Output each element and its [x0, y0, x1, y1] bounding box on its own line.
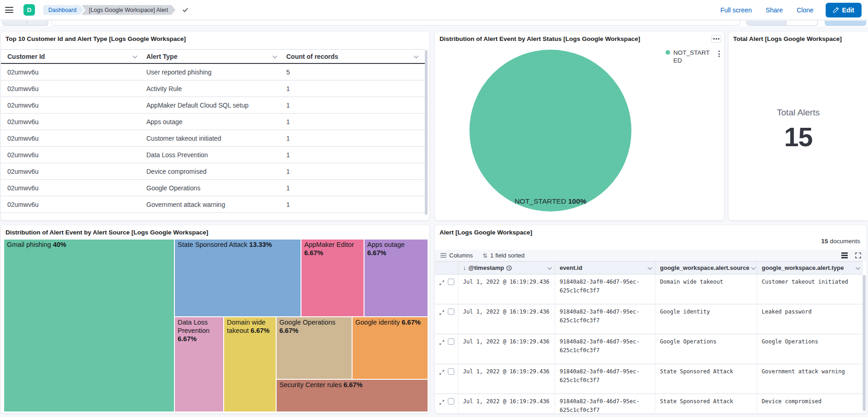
column-label: event.id [560, 264, 582, 271]
tile-value: 6.67% [178, 335, 197, 343]
chevron-down-icon[interactable] [272, 54, 277, 58]
grid-toolbar-right [841, 252, 861, 258]
table-row: Jul 1, 2022 @ 16:19:29.43691840a82-3af0-… [435, 304, 863, 334]
clock-icon [506, 265, 512, 271]
expand-row-icon[interactable] [439, 309, 445, 317]
share-link[interactable]: Share [766, 6, 783, 14]
chevron-down-icon[interactable] [133, 54, 137, 58]
chevron-down-icon[interactable] [648, 265, 652, 270]
table-header-row: Customer Id Alert Type Count of records [1, 49, 425, 64]
columns-button[interactable]: Columns [440, 252, 473, 259]
sort-desc-icon: ↓ [463, 264, 466, 271]
pie-legend-item[interactable]: NOT_STARTED [665, 49, 712, 64]
column-label: Alert Type [146, 53, 177, 60]
row-controls [435, 334, 458, 364]
treemap-tile[interactable]: Gmail phishing 40% [4, 239, 174, 412]
legend-actions-icon[interactable] [718, 51, 720, 57]
column-label: Count of records [286, 53, 338, 60]
panel-title: Distribution of Alert Event by Alert Sou… [1, 225, 429, 238]
tile-name: Google identity [355, 319, 402, 326]
table-row: 02umwv6uData Loss Prevention1 [1, 147, 425, 163]
cell-alert-source: Google Operations [655, 334, 757, 364]
table-row: Jul 1, 2022 @ 16:19:29.43691840a82-3af0-… [435, 394, 863, 412]
query-language-control[interactable] [2, 21, 48, 26]
cell-alert-type: Device compromised [146, 168, 286, 175]
alert-grid-body: Jul 1, 2022 @ 16:19:29.43691840a82-3af0-… [435, 274, 863, 412]
table-scrollbar[interactable] [425, 50, 428, 215]
space-avatar[interactable]: D [23, 4, 35, 16]
display-density-icon[interactable] [841, 252, 848, 258]
fullscreen-icon[interactable] [855, 252, 861, 258]
treemap-tile[interactable]: Google Operations 6.67% [276, 317, 352, 379]
cell-alert-type: Device compromised [757, 394, 863, 412]
cell-customer-id: 02umwv6u [7, 102, 146, 109]
legend-label: NOT_STARTED [673, 49, 712, 64]
expand-row-icon[interactable] [439, 279, 445, 287]
cell-count: 1 [286, 118, 425, 126]
cell-customer-id: 02umwv6u [7, 69, 146, 76]
columns-list-icon [440, 253, 446, 258]
update-button[interactable] [825, 21, 866, 26]
cell-alert-type: Google Operations [146, 184, 286, 192]
grid-scrollbar[interactable] [863, 275, 866, 411]
cell-count: 1 [286, 168, 425, 175]
column-label: Customer Id [7, 53, 45, 60]
cell-count: 1 [286, 102, 425, 109]
panel-options-icon[interactable] [711, 35, 721, 43]
clone-link[interactable]: Clone [797, 6, 814, 14]
cell-alert-source: Domain wide takeout [655, 274, 757, 304]
breadcrumb-current-dashboard[interactable]: [Logs Google Workspace] Alert [81, 5, 175, 15]
column-header-alert-source[interactable]: google_workspace.alert.source [655, 262, 757, 274]
cell-alert-source: Google identity [655, 304, 757, 334]
treemap-tile[interactable]: Google identity 6.67% [352, 317, 428, 379]
panel-title: Distribution of Alert Event by Alert Sta… [435, 32, 724, 44]
row-checkbox[interactable] [448, 368, 454, 375]
column-header-customer-id[interactable]: Customer Id [7, 53, 146, 60]
sort-fields-button[interactable]: 1 field sorted [483, 252, 524, 259]
date-picker-control[interactable] [746, 21, 818, 26]
expand-row-icon[interactable] [439, 369, 445, 377]
treemap-tile[interactable]: Data Loss Prevention 6.67% [174, 317, 224, 412]
treemap-tile[interactable]: Security Center rules 6.67% [276, 379, 428, 412]
cell-count: 5 [286, 69, 425, 76]
treemap-tile[interactable]: Apps outage 6.67% [364, 239, 428, 317]
treemap-tile[interactable]: State Sponsored Attack 13.33% [174, 239, 301, 317]
panel-title: Alert [Logs Google Workspace] [435, 225, 867, 238]
cell-customer-id: 02umwv6u [7, 85, 146, 92]
chevron-down-icon[interactable] [414, 54, 418, 58]
row-checkbox[interactable] [448, 279, 454, 285]
table-row: Jul 1, 2022 @ 16:19:29.43691840a82-3af0-… [435, 274, 863, 304]
header-actions: Full screen Share Clone Edit [706, 3, 868, 17]
row-checkbox[interactable] [448, 398, 454, 405]
chevron-down-icon[interactable] [547, 265, 552, 270]
cell-count: 1 [286, 151, 425, 159]
column-header-alert-type[interactable]: google_workspace.alert.type [757, 262, 863, 274]
column-header-event-id[interactable]: event.id [555, 262, 655, 274]
treemap-tile[interactable]: Domain wide takeout 6.67% [224, 317, 276, 412]
column-header-alert-type[interactable]: Alert Type [146, 53, 286, 60]
full-screen-link[interactable]: Full screen [720, 6, 752, 14]
column-header-timestamp[interactable]: ↓ @timestamp [458, 262, 555, 274]
row-checkbox[interactable] [448, 308, 454, 315]
tile-name: Apps outage [367, 241, 405, 248]
edit-button[interactable]: Edit [826, 3, 862, 17]
breadcrumb-dashboard[interactable]: Dashboard [43, 5, 84, 15]
cell-customer-id: 02umwv6u [7, 168, 146, 175]
cell-alert-type: Customer takeout initiated [757, 274, 863, 304]
menu-hamburger-icon[interactable] [5, 6, 14, 15]
expand-row-icon[interactable] [439, 399, 445, 407]
metric-block: Total Alerts 15 [729, 108, 868, 151]
pie-slice-label: NOT_STARTED 100% [515, 197, 586, 206]
column-header-count[interactable]: Count of records [286, 53, 425, 60]
expand-row-icon[interactable] [439, 339, 445, 347]
chevron-down-icon[interactable] [752, 265, 756, 270]
pie-slice-not-started[interactable] [469, 50, 631, 211]
chevron-down-icon[interactable] [856, 265, 860, 270]
edit-button-label: Edit [842, 6, 854, 14]
tile-value: 6.67% [251, 327, 270, 334]
cell-count: 1 [286, 184, 425, 192]
row-checkbox[interactable] [448, 338, 454, 345]
treemap-tile[interactable]: AppMaker Editor 6.67% [301, 239, 364, 317]
search-input[interactable] [52, 21, 740, 26]
documents-count-value: 15 [821, 238, 828, 245]
